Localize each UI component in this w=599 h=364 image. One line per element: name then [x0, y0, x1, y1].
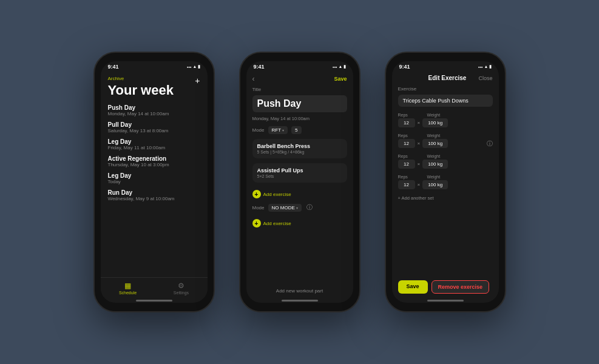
workout-date: Monday, May 14 at 10:00am — [108, 111, 200, 116]
mode-select-nomode[interactable]: NO MODE ▾ — [268, 204, 302, 212]
set-labels-1: Reps Weight — [398, 113, 493, 118]
set-inputs-3: 12 × 100 kg — [398, 160, 493, 169]
workout-date: Friday, May 11 at 10:00am — [108, 145, 200, 150]
back-button[interactable]: ‹ — [252, 75, 255, 83]
workout-title-field[interactable]: Push Day — [252, 95, 347, 112]
exercise-field-label: Exercise — [398, 86, 493, 92]
phone1-main-content: Archive Your week + Push Day Monday, May… — [101, 71, 208, 277]
times-icon-2: × — [418, 141, 421, 146]
workout-name: Pull Day — [108, 121, 200, 128]
workout-date: Saturday, May 13 at 8:00am — [108, 128, 200, 133]
workout-date: Today — [108, 179, 200, 184]
phone-1: 9:41 ▪▪▪ ▴ ▮ Archive Your week + Push Da… — [93, 52, 215, 312]
chevron-down-icon-2: ▾ — [296, 206, 298, 210]
workout-item-pull-day[interactable]: Pull Day Saturday, May 13 at 8:00am — [108, 121, 200, 133]
weight-input-1[interactable]: 100 kg — [422, 118, 448, 127]
reps-input-1[interactable]: 12 — [398, 118, 415, 127]
weight-input-3[interactable]: 100 kg — [422, 160, 448, 169]
battery-icon: ▮ — [198, 64, 200, 69]
status-bar-3: 9:41 ▪▪▪ ▴ ▮ — [392, 61, 499, 71]
title-field-label: Title — [252, 87, 347, 92]
add-set-button[interactable]: + Add another set — [398, 195, 493, 201]
weight-input-2[interactable]: 100 kg — [422, 139, 448, 148]
wifi-icon: ▴ — [485, 64, 487, 69]
close-button[interactable]: Close — [478, 75, 492, 81]
phone-2-screen: 9:41 ▪▪▪ ▴ ▮ ‹ Save Title Push Day Monda… — [246, 61, 353, 303]
mode2-value: NO MODE — [272, 205, 295, 211]
exercise-meta: 5×2 Sets — [257, 174, 342, 178]
set-inputs-1: 12 × 100 kg — [398, 118, 493, 127]
workout-date: Wednesday, May 9 at 10:00am — [108, 196, 200, 201]
reps-input-4[interactable]: 12 — [398, 180, 415, 189]
tab-bar: ▦ Schedule ⚙ Settings — [101, 277, 208, 297]
tab-schedule[interactable]: ▦ Schedule — [119, 281, 137, 295]
exercise-meta: 5 Sets | 5+85kg / 4+86kg — [257, 150, 342, 154]
add-workout-button[interactable]: + — [195, 76, 200, 86]
workout-name: Run Day — [108, 189, 200, 196]
phone2-header: ‹ Save — [252, 75, 347, 83]
settings-icon: ⚙ — [178, 281, 184, 290]
archive-label: Archive — [108, 76, 174, 81]
set-labels-4: Reps Weight — [398, 175, 493, 180]
times-icon-3: × — [418, 161, 421, 167]
phone-2: 9:41 ▪▪▪ ▴ ▮ ‹ Save Title Push Day Monda… — [239, 52, 360, 312]
workout-list: Push Day Monday, May 14 at 10:00am Pull … — [108, 104, 200, 206]
save-button[interactable]: Save — [334, 76, 347, 82]
home-indicator-1 — [136, 300, 172, 302]
set-row-2: Reps Weight 12 × 100 kg ⓘ — [398, 133, 493, 150]
exercise-name: Barbell Bench Press — [257, 143, 342, 149]
add-circle-icon: + — [252, 190, 261, 198]
exercise-name-field[interactable]: Triceps Cable Push Downs — [398, 95, 493, 107]
battery-icon: ▮ — [489, 64, 492, 69]
workout-item-leg-day-1[interactable]: Leg Day Friday, May 11 at 10:00am — [108, 138, 200, 150]
set-row-3: Reps Weight 12 × 100 kg — [398, 154, 493, 171]
phone-3-screen: 9:41 ▪▪▪ ▴ ▮ Edit Exercise Close Exercis… — [392, 61, 499, 303]
workout-name: Push Day — [108, 104, 200, 111]
set-row-4: Reps Weight 12 × 100 kg — [398, 175, 493, 192]
tab-settings-label: Settings — [174, 291, 189, 295]
add-exercise-label-1: Add exercise — [263, 192, 291, 197]
workout-name: Leg Day — [108, 138, 200, 145]
exercise-card-barbell[interactable]: Barbell Bench Press 5 Sets | 5+85kg / 4+… — [252, 139, 347, 158]
status-icons-1: ▪▪▪ ▴ ▮ — [187, 64, 200, 69]
exercise-card-pullups[interactable]: Assisted Pull Ups 5×2 Sets — [252, 163, 347, 183]
edit-exercise-title: Edit Exercise — [428, 75, 467, 81]
phone-3: 9:41 ▪▪▪ ▴ ▮ Edit Exercise Close Exercis… — [385, 52, 506, 312]
phone1-header: Archive Your week + — [108, 76, 200, 104]
status-time-3: 9:41 — [399, 64, 410, 70]
chevron-down-icon: ▾ — [282, 128, 284, 132]
weight-label-4: Weight — [427, 175, 453, 179]
schedule-icon: ▦ — [124, 281, 131, 290]
reps-input-3[interactable]: 12 — [398, 160, 415, 169]
wifi-icon: ▴ — [194, 64, 196, 69]
add-exercise-button-1[interactable]: + Add exercise — [252, 187, 347, 201]
phone2-main-content: ‹ Save Title Push Day Monday, May 14 at … — [246, 71, 353, 297]
times-icon-1: × — [418, 120, 421, 126]
add-circle-icon-2: + — [252, 219, 261, 228]
reps-label-1: Reps — [398, 113, 415, 117]
signal-icon: ▪▪▪ — [478, 65, 482, 69]
weight-label-2: Weight — [427, 133, 453, 138]
workout-name: Leg Day — [108, 172, 200, 179]
weight-input-4[interactable]: 100 kg — [422, 180, 448, 189]
workout-item-leg-day-2[interactable]: Leg Day Today — [108, 172, 200, 184]
remove-exercise-button[interactable]: Remove exercise — [431, 280, 490, 294]
reps-input-2[interactable]: 12 — [398, 139, 415, 148]
mode-select-rft[interactable]: RFT ▾ — [268, 126, 288, 134]
save-exercise-button[interactable]: Save — [398, 280, 428, 294]
tab-settings[interactable]: ⚙ Settings — [174, 281, 189, 295]
workout-item-push-day[interactable]: Push Day Monday, May 14 at 10:00am — [108, 104, 200, 116]
mode-number[interactable]: 5 — [291, 126, 301, 134]
times-icon-4: × — [418, 182, 421, 187]
status-bar-2: 9:41 ▪▪▪ ▴ ▮ — [246, 61, 353, 71]
mode-label-2: Mode — [252, 205, 265, 211]
add-workout-part-button[interactable]: Add new workout part — [252, 288, 347, 294]
workout-item-run-day[interactable]: Run Day Wednesday, May 9 at 10:00am — [108, 189, 200, 201]
workout-date-subtitle: Monday, May 14 at 10:00am — [252, 116, 347, 121]
workout-item-active-regen[interactable]: Active Regeneration Thursday, May 10 at … — [108, 155, 200, 167]
add-exercise-button-2[interactable]: + Add exercise — [252, 217, 347, 230]
add-set-label: + Add another set — [398, 195, 434, 201]
status-icons-3: ▪▪▪ ▴ ▮ — [478, 64, 491, 69]
signal-icon: ▪▪▪ — [187, 65, 191, 69]
weight-label-3: Weight — [427, 154, 453, 158]
